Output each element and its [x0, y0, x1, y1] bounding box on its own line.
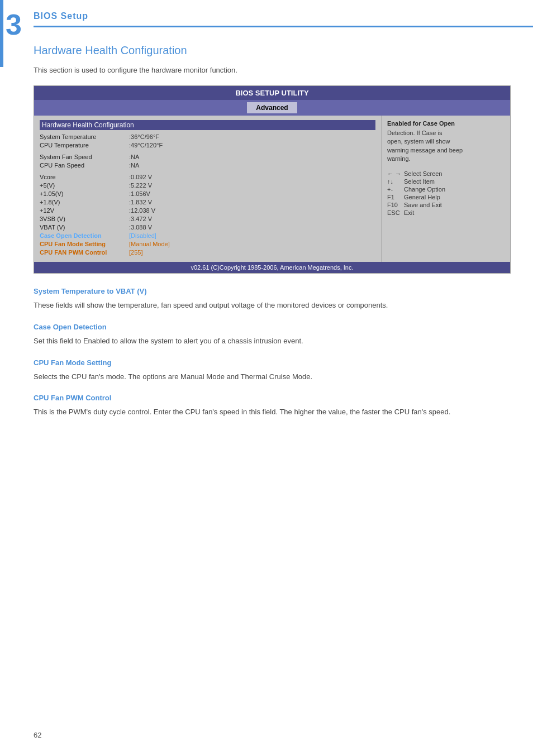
- bios-key-leftright: ← → Select Screen: [387, 170, 505, 177]
- bios-row-12v: +12V :12.038 V: [40, 207, 375, 214]
- bios-value-vbat: :3.088 V: [129, 224, 152, 231]
- bios-item-header: Hardware Health Configuration: [40, 120, 375, 130]
- bios-label-5v: +5(V): [40, 182, 129, 189]
- arrow-leftright-icon: ← →: [387, 170, 404, 177]
- plusminus-icon: +-: [387, 186, 404, 193]
- esc-icon: ESC: [387, 209, 404, 216]
- bios-label-fan-pwm: CPU FAN PWM Control: [40, 249, 129, 256]
- bios-row-fan-mode[interactable]: CPU Fan Mode Setting [Manual Mode]: [40, 241, 375, 247]
- subsection-heading-sys-temp: System Temperature to VBAT (V): [34, 287, 511, 295]
- bios-value-cpu-temp: :49°C/120°F: [129, 142, 163, 149]
- bios-key-desc-exit: Exit: [404, 209, 414, 216]
- bios-row-18v: +1.8(V) :1.832 V: [40, 199, 375, 205]
- bios-key-f10: F10 Save and Exit: [387, 202, 505, 208]
- bios-label-105v: +1.05(V): [40, 190, 129, 197]
- bios-row-vcore: Vcore :0.092 V: [40, 174, 375, 180]
- bios-row-case-open[interactable]: Case Open Detection [Disabled]: [40, 232, 375, 239]
- bios-row-cpu-temp: CPU Temperature :49°C/120°F: [40, 142, 375, 149]
- bios-label-sys-temp: System Temperature: [40, 133, 129, 140]
- bios-tab-advanced[interactable]: Advanced: [247, 102, 297, 113]
- f10-icon: F10: [387, 202, 404, 208]
- bios-key-desc-screen: Select Screen: [404, 170, 442, 177]
- bios-value-105v: :1.056V: [129, 190, 150, 197]
- bios-label-cpu-temp: CPU Temperature: [40, 142, 129, 149]
- bios-help-title: Enabled for Case Open: [387, 120, 505, 127]
- bios-keys: ← → Select Screen ↑↓ Select Item +- Chan…: [387, 170, 505, 216]
- bios-value-3vsb: :3.472 V: [129, 216, 152, 222]
- bios-value-18v: :1.832 V: [129, 199, 152, 205]
- bios-value-vcore: :0.092 V: [129, 174, 152, 180]
- bios-key-esc: ESC Exit: [387, 209, 505, 216]
- bios-key-desc-option: Change Option: [404, 186, 445, 193]
- subsection-text-cpu-fan-pwm: This is the PWM's duty cycle control. En…: [34, 406, 511, 418]
- subsection-heading-cpu-fan-mode: CPU Fan Mode Setting: [34, 358, 511, 367]
- subsection-cpu-fan-mode: CPU Fan Mode Setting Selects the CPU fan…: [34, 358, 511, 383]
- bios-title-bar: BIOS SETUP UTILITY: [34, 86, 510, 100]
- arrow-updown-icon: ↑↓: [387, 178, 404, 185]
- subsection-text-case-open: Set this field to Enabled to allow the s…: [34, 336, 511, 347]
- subsection-text-sys-temp: These fields will show the temperature, …: [34, 300, 511, 312]
- bios-tab-bar: Advanced: [34, 100, 510, 116]
- bios-label-fan-mode: CPU Fan Mode Setting: [40, 241, 129, 247]
- bios-value-fan-mode: [Manual Mode]: [129, 241, 170, 247]
- bios-label-cpu-fan: CPU Fan Speed: [40, 162, 129, 169]
- bios-setup-box: BIOS SETUP UTILITY Advanced Hardware Hea…: [34, 85, 511, 274]
- subsection-case-open: Case Open Detection Set this field to En…: [34, 323, 511, 347]
- header-bar: BIOS Setup: [34, 11, 533, 27]
- bios-value-sys-fan: :NA: [129, 154, 139, 160]
- subsection-sys-temp-vbat: System Temperature to VBAT (V) These fie…: [34, 287, 511, 312]
- bios-label-18v: +1.8(V): [40, 199, 129, 205]
- subsection-text-cpu-fan-mode: Selects the CPU fan's mode. The options …: [34, 371, 511, 383]
- page-content: Hardware Health Configuration This secti…: [34, 44, 511, 418]
- page-number: 62: [34, 731, 41, 739]
- bios-value-sys-temp: :36°C/96°F: [129, 133, 159, 140]
- bios-row-cpu-fan: CPU Fan Speed :NA: [40, 162, 375, 169]
- bios-help-text: Detection. If Case is open, system will …: [387, 129, 505, 164]
- bios-key-plusminus: +- Change Option: [387, 186, 505, 193]
- bios-body: Hardware Health Configuration System Tem…: [34, 116, 510, 262]
- bios-label-sys-fan: System Fan Speed: [40, 154, 129, 160]
- bios-label-vcore: Vcore: [40, 174, 129, 180]
- bios-row-fan-pwm[interactable]: CPU FAN PWM Control [255]: [40, 249, 375, 256]
- section-intro: This section is used to configure the ha…: [34, 66, 511, 74]
- bios-row-5v: +5(V) :5.222 V: [40, 182, 375, 189]
- bios-key-desc-item: Select Item: [404, 178, 435, 185]
- bios-row-3vsb: 3VSB (V) :3.472 V: [40, 216, 375, 222]
- bios-value-12v: :12.038 V: [129, 207, 155, 214]
- bios-right-panel: Enabled for Case Open Detection. If Case…: [382, 116, 510, 262]
- bios-footer: v02.61 (C)Copyright 1985-2006, American …: [34, 262, 510, 273]
- subsection-heading-case-open: Case Open Detection: [34, 323, 511, 331]
- bios-label-case-open: Case Open Detection: [40, 232, 129, 239]
- f1-icon: F1: [387, 194, 404, 200]
- bios-key-desc-help: General Help: [404, 194, 440, 200]
- chapter-number: 3: [6, 10, 22, 39]
- subsection-heading-cpu-fan-pwm: CPU Fan PWM Control: [34, 394, 511, 402]
- bios-row-sys-temp: System Temperature :36°C/96°F: [40, 133, 375, 140]
- bios-label-12v: +12V: [40, 207, 129, 214]
- bios-row-sys-fan: System Fan Speed :NA: [40, 154, 375, 160]
- bios-value-cpu-fan: :NA: [129, 162, 139, 169]
- bios-key-updown: ↑↓ Select Item: [387, 178, 505, 185]
- bios-value-5v: :5.222 V: [129, 182, 152, 189]
- bios-row-105v: +1.05(V) :1.056V: [40, 190, 375, 197]
- bios-left-panel: Hardware Health Configuration System Tem…: [34, 116, 382, 262]
- chapter-accent-bar: [0, 0, 3, 67]
- header-title: BIOS Setup: [34, 11, 88, 21]
- bios-key-desc-save: Save and Exit: [404, 202, 442, 208]
- bios-label-3vsb: 3VSB (V): [40, 216, 129, 222]
- bios-value-fan-pwm: [255]: [129, 249, 142, 256]
- bios-value-case-open: [Disabled]: [129, 232, 156, 239]
- page-title: Hardware Health Configuration: [34, 44, 511, 57]
- bios-row-vbat: VBAT (V) :3.088 V: [40, 224, 375, 231]
- subsection-cpu-fan-pwm: CPU Fan PWM Control This is the PWM's du…: [34, 394, 511, 418]
- bios-label-vbat: VBAT (V): [40, 224, 129, 231]
- bios-key-f1: F1 General Help: [387, 194, 505, 200]
